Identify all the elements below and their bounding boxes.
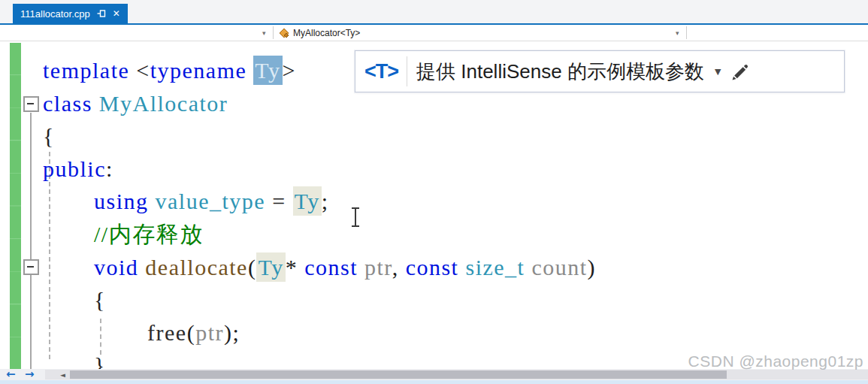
code-token: template bbox=[43, 58, 136, 83]
code-token: < bbox=[136, 58, 150, 83]
nav-divider bbox=[686, 26, 687, 39]
code-line[interactable]: { bbox=[0, 119, 868, 153]
scope-dropdown[interactable]: MyAllocator<Ty> bbox=[279, 25, 360, 41]
code-token: public bbox=[43, 156, 106, 181]
class-icon bbox=[279, 28, 289, 38]
close-icon[interactable]: ✕ bbox=[113, 9, 120, 18]
watermark: CSDN @zhaopeng01zp bbox=[688, 352, 863, 370]
code-line[interactable]: { bbox=[0, 283, 868, 316]
code-token: , bbox=[392, 255, 406, 280]
code-token: typename bbox=[150, 58, 254, 83]
window-bottom-edge bbox=[0, 380, 868, 384]
code-token: class bbox=[43, 91, 99, 116]
navigation-bar: ▾ MyAllocator<Ty> ▾ bbox=[0, 25, 868, 41]
code-token: Ty bbox=[256, 252, 285, 282]
navigate-back-icon[interactable]: ← bbox=[6, 367, 16, 381]
code-line[interactable]: void deallocate(Ty* const ptr, const siz… bbox=[0, 251, 868, 284]
code-token: ( bbox=[187, 320, 196, 345]
code-token: ptr bbox=[195, 320, 224, 345]
code-token: ; bbox=[322, 189, 329, 213]
navigate-forward-icon[interactable]: → bbox=[25, 367, 35, 381]
code-token: : bbox=[106, 156, 113, 181]
code-line[interactable]: //内存释放 bbox=[0, 218, 868, 251]
code-token: MyAllocator bbox=[99, 91, 228, 116]
code-lines: template <typename Ty>class MyAllocator{… bbox=[0, 54, 868, 380]
code-token: void bbox=[94, 255, 145, 280]
code-token: const bbox=[406, 255, 466, 280]
code-token: { bbox=[94, 287, 106, 312]
code-token: ) bbox=[588, 255, 597, 280]
code-line[interactable]: public: bbox=[0, 153, 868, 186]
code-token: Ty bbox=[293, 186, 322, 216]
code-token: ) bbox=[224, 320, 233, 345]
code-line[interactable]: using value_type = Ty; bbox=[0, 185, 868, 218]
scope-label: MyAllocator<Ty> bbox=[293, 28, 360, 38]
chevron-down-icon[interactable]: ▾ bbox=[262, 30, 266, 37]
code-token: ptr bbox=[364, 255, 392, 280]
ide-window: 111allocator.cpp ✕ ▾ MyAllocator<Ty> ▾ bbox=[0, 0, 868, 384]
edit-pencil-icon[interactable] bbox=[730, 62, 749, 81]
bottom-scrollbar-area: ← → ◄ bbox=[0, 369, 868, 380]
code-token: { bbox=[43, 123, 55, 148]
nav-divider bbox=[273, 26, 274, 39]
ibeam-cursor-icon bbox=[350, 207, 361, 227]
code-token: Ty bbox=[253, 56, 282, 85]
tab-title: 111allocator.cpp bbox=[20, 8, 90, 20]
code-token: value_type bbox=[156, 189, 266, 213]
chevron-down-icon[interactable]: ▾ bbox=[676, 30, 679, 37]
tab-111allocator[interactable]: 111allocator.cpp ✕ bbox=[13, 4, 128, 23]
code-token: count bbox=[531, 255, 587, 280]
tooltip-text: 提供 IntelliSense 的示例模板参数 bbox=[416, 59, 704, 85]
template-param-badge: <T> bbox=[364, 60, 398, 83]
code-token: ( bbox=[248, 255, 257, 280]
code-token: > bbox=[283, 58, 296, 83]
code-line[interactable]: free(ptr); bbox=[0, 316, 868, 349]
code-token: using bbox=[94, 189, 156, 213]
code-token: deallocate bbox=[145, 255, 248, 280]
code-token: ; bbox=[232, 320, 240, 345]
code-token: size_t bbox=[465, 255, 525, 280]
code-token: free bbox=[147, 320, 187, 345]
code-token: = bbox=[265, 189, 292, 213]
chevron-down-icon[interactable]: ▼ bbox=[715, 67, 721, 77]
tooltip-divider bbox=[407, 56, 407, 86]
horizontal-scrollbar-thumb[interactable] bbox=[70, 370, 727, 379]
scroll-left-arrow-icon[interactable]: ◄ bbox=[60, 371, 65, 379]
code-token: * bbox=[286, 255, 305, 280]
pin-icon[interactable] bbox=[97, 9, 106, 18]
code-token: const bbox=[304, 255, 364, 280]
code-token: //内存释放 bbox=[94, 222, 204, 246]
tab-strip: 111allocator.cpp ✕ bbox=[0, 0, 868, 23]
intellisense-template-tooltip: <T> 提供 IntelliSense 的示例模板参数 ▼ bbox=[355, 50, 845, 92]
